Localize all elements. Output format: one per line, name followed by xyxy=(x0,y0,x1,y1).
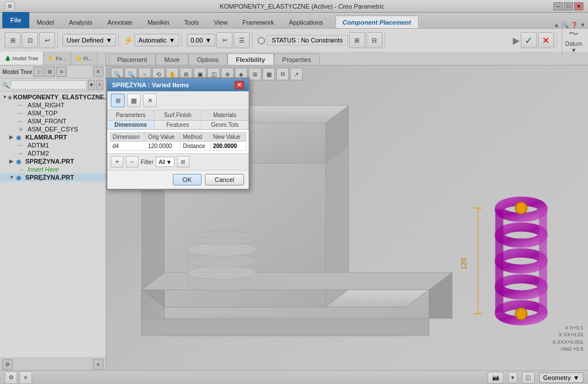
filter-label: Filter xyxy=(141,159,153,165)
col-dimension: Dimension xyxy=(110,133,146,142)
remove-row-btn[interactable]: − xyxy=(126,156,138,168)
filter-dropdown[interactable]: All ▼ xyxy=(156,157,175,167)
cell-method: Distance xyxy=(180,142,210,151)
dialog-tab-materials[interactable]: Materials xyxy=(202,110,249,120)
cell-orig-value: 120.0000 xyxy=(145,142,180,151)
dialog-tool-table[interactable]: ▦ xyxy=(127,94,141,107)
dialog-action-buttons: OK Cancel xyxy=(107,170,249,189)
dialog-tab-parameters[interactable]: Parameters xyxy=(107,110,154,120)
col-new-value: New Value xyxy=(210,133,246,142)
dialog-close-button[interactable]: ✕ xyxy=(235,81,244,89)
dialog-title: SPRĘŻYNA : Varied Items xyxy=(112,82,189,88)
dialog-titlebar: SPRĘŻYNA : Varied Items ✕ xyxy=(107,79,249,91)
modal-overlay: SPRĘŻYNA : Varied Items ✕ ⊞ ▦ ✕ Paramete… xyxy=(0,0,588,384)
dialog-subtab-features[interactable]: Features xyxy=(154,121,202,129)
dialog-data-table: Dimension Orig Value Method New Value d4… xyxy=(110,132,246,151)
table-settings-btn[interactable]: ⊞ xyxy=(177,156,189,168)
dialog-tool-grid[interactable]: ⊞ xyxy=(111,94,125,107)
ok-button[interactable]: OK xyxy=(173,174,202,185)
dialog-toolbar: ⊞ ▦ ✕ xyxy=(107,91,249,110)
dialog-tabs: Parameters Surf.Finish Materials xyxy=(107,110,249,121)
varied-items-dialog: SPRĘŻYNA : Varied Items ✕ ⊞ ▦ ✕ Paramete… xyxy=(106,77,250,190)
dialog-tool-clear[interactable]: ✕ xyxy=(143,94,157,107)
cell-dimension: d4 xyxy=(110,142,146,151)
dialog-table-container: Dimension Orig Value Method New Value d4… xyxy=(107,130,249,153)
table-row[interactable]: d4 120.0000 Distance 200.0000 xyxy=(110,142,246,151)
cancel-button[interactable]: Cancel xyxy=(205,174,244,185)
dialog-tab-surffinish[interactable]: Surf.Finish xyxy=(154,110,202,120)
add-row-btn[interactable]: + xyxy=(111,156,123,168)
col-method: Method xyxy=(180,133,210,142)
dialog-subtab-geomtols[interactable]: Geom.Tols xyxy=(202,121,249,129)
dialog-subtabs: Dimensions Features Geom.Tols xyxy=(107,121,249,130)
col-orig-value: Orig Value xyxy=(145,133,180,142)
cell-new-value[interactable]: 200.0000 xyxy=(210,142,246,151)
dialog-footer: + − Filter All ▼ ⊞ xyxy=(107,153,249,170)
dialog-subtab-dimensions[interactable]: Dimensions xyxy=(107,121,154,129)
